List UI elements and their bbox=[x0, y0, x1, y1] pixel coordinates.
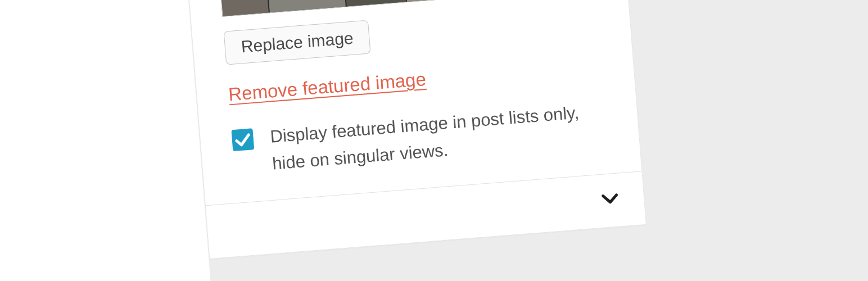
display-in-lists-label: Display featured image in post lists onl… bbox=[269, 96, 625, 178]
display-option-row: Display featured image in post lists onl… bbox=[231, 96, 624, 180]
chevron-down-icon bbox=[596, 185, 623, 212]
svg-rect-24 bbox=[405, 0, 480, 8]
display-in-lists-checkbox[interactable] bbox=[231, 128, 254, 151]
svg-rect-25 bbox=[213, 0, 480, 17]
adjacent-white-area bbox=[0, 0, 216, 281]
checkmark-icon bbox=[231, 128, 254, 151]
stone-wall-image bbox=[213, 0, 480, 17]
featured-image-thumbnail[interactable] bbox=[212, 0, 480, 17]
next-section-header[interactable] bbox=[221, 173, 629, 241]
remove-featured-image-link[interactable]: Remove featured image bbox=[228, 69, 427, 106]
featured-image-panel: Replace image Remove featured image Disp… bbox=[179, 0, 647, 259]
